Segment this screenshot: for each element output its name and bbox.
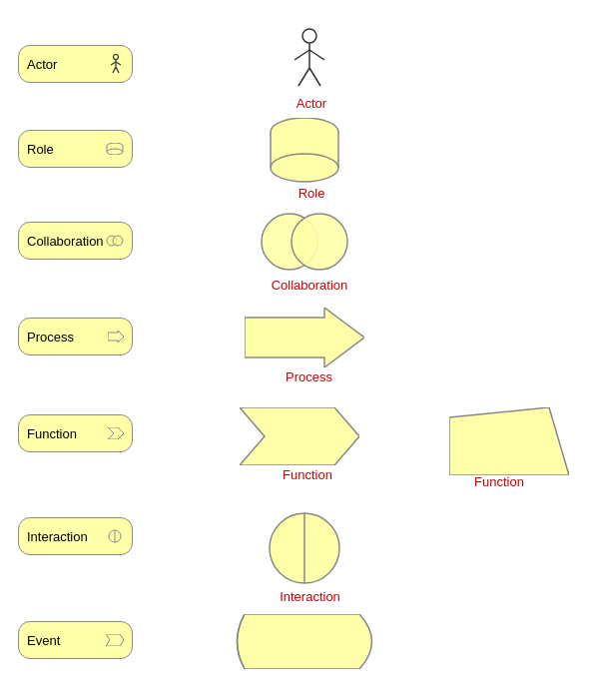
function-shape bbox=[240, 407, 359, 468]
svg-marker-30 bbox=[449, 407, 569, 475]
svg-marker-28 bbox=[108, 427, 124, 439]
diagram-container: Actor Actor Role bbox=[0, 0, 591, 700]
interaction-shape bbox=[265, 509, 344, 590]
svg-line-11 bbox=[309, 68, 320, 86]
event-shape bbox=[230, 614, 384, 672]
process-label-box[interactable]: Process bbox=[18, 318, 133, 355]
function-label: Function bbox=[27, 426, 77, 441]
svg-point-6 bbox=[302, 29, 316, 43]
actor-shape-label: Actor bbox=[277, 96, 346, 111]
role-shape-label: Role bbox=[277, 186, 346, 201]
event-label: Event bbox=[27, 633, 60, 648]
interaction-label: Interaction bbox=[27, 529, 88, 544]
svg-line-2 bbox=[111, 62, 116, 65]
function-folded-shape bbox=[449, 407, 569, 478]
svg-line-8 bbox=[295, 50, 309, 60]
function-icon bbox=[108, 427, 124, 439]
svg-line-9 bbox=[309, 50, 324, 60]
role-label: Role bbox=[27, 142, 54, 157]
event-icon bbox=[106, 634, 124, 646]
collaboration-label-box[interactable]: Collaboration bbox=[18, 222, 133, 260]
role-label-box[interactable]: Role bbox=[18, 130, 133, 168]
actor-shape bbox=[285, 28, 334, 101]
svg-point-16 bbox=[107, 149, 123, 155]
svg-line-4 bbox=[113, 67, 116, 73]
collaboration-label: Collaboration bbox=[27, 234, 104, 249]
actor-label-box[interactable]: Actor bbox=[18, 45, 133, 83]
collaboration-shape-label: Collaboration bbox=[265, 278, 354, 293]
collaboration-shape bbox=[255, 210, 354, 278]
svg-point-23 bbox=[113, 236, 123, 246]
svg-line-10 bbox=[298, 68, 309, 86]
function-label-box[interactable]: Function bbox=[18, 414, 133, 452]
svg-point-0 bbox=[114, 55, 119, 60]
role-shape bbox=[255, 118, 354, 186]
svg-marker-29 bbox=[240, 407, 359, 465]
event-label-box[interactable]: Event bbox=[18, 621, 133, 659]
process-shape-label: Process bbox=[272, 369, 346, 384]
svg-line-5 bbox=[116, 67, 119, 73]
interaction-shape-label: Interaction bbox=[268, 589, 352, 604]
actor-icon bbox=[108, 54, 124, 74]
interaction-label-box[interactable]: Interaction bbox=[18, 517, 133, 555]
svg-point-25 bbox=[292, 214, 347, 270]
process-label: Process bbox=[27, 330, 74, 345]
svg-marker-26 bbox=[108, 331, 124, 343]
function2-shape-label: Function bbox=[459, 474, 539, 489]
collaboration-icon bbox=[106, 235, 124, 247]
role-icon bbox=[106, 143, 124, 155]
svg-marker-27 bbox=[245, 308, 364, 367]
interaction-icon bbox=[106, 529, 124, 543]
function-shape-label: Function bbox=[268, 467, 347, 482]
process-icon bbox=[108, 331, 124, 343]
process-shape bbox=[245, 308, 364, 370]
svg-line-3 bbox=[116, 62, 121, 65]
actor-label: Actor bbox=[27, 57, 57, 72]
svg-point-21 bbox=[271, 154, 338, 182]
